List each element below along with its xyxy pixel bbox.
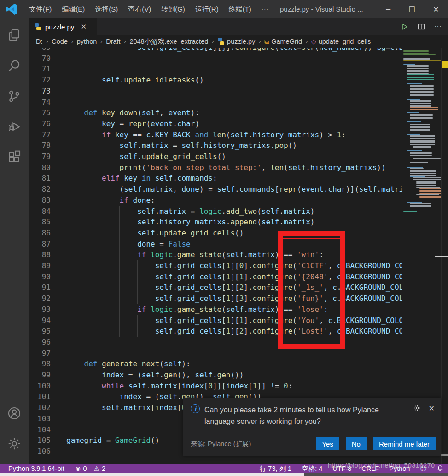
notification-source: 来源: Pylance (扩展) <box>191 440 251 448</box>
no-button[interactable]: No <box>346 437 367 450</box>
code-line-74[interactable]: 74 <box>29 97 402 108</box>
yes-button[interactable]: Yes <box>316 437 339 450</box>
overview-bottom-marker <box>441 454 448 456</box>
code-line-94[interactable]: 94 self.grid_cells[1][1].configure('You'… <box>29 315 402 326</box>
code-line-91[interactable]: 91 self.grid_cells[1][2].configure('_1s_… <box>29 282 402 293</box>
class-symbol-icon: ⧉ <box>264 38 269 46</box>
menu-run[interactable]: 运行(R) <box>190 0 224 18</box>
code-line-87[interactable]: 87 done = False <box>29 239 402 250</box>
code-line-72[interactable]: 72 self.update_idletasks() <box>29 75 402 86</box>
code-line-75[interactable]: 75 def key_down(self, event): <box>29 107 402 118</box>
code-line-69[interactable]: 69 self.grid_cells[i][j].configure(text=… <box>29 48 402 53</box>
code-line-78[interactable]: 78 self.matrix = self.history_matrixs.po… <box>29 140 402 151</box>
breadcrumb-method[interactable]: ◇ update_grid_cells <box>311 38 371 45</box>
notification-settings-gear-icon[interactable] <box>413 404 421 427</box>
problems-indicator[interactable]: ⊗ 0 ⚠ 2 <box>76 465 105 472</box>
python-interpreter[interactable]: Python 3.9.1 64-bit <box>8 465 64 472</box>
cursor-position[interactable]: 行 73, 列 1 <box>260 464 291 473</box>
notification-close-icon[interactable]: ✕ <box>429 404 435 427</box>
account-icon[interactable] <box>0 400 29 427</box>
tab-puzzle-py[interactable]: puzzle.py ✕ <box>29 18 97 35</box>
python-file-icon <box>34 23 41 30</box>
breadcrumb-draft[interactable]: Draft <box>106 38 120 45</box>
explorer-icon[interactable] <box>0 22 29 49</box>
tab-close-icon[interactable]: ✕ <box>81 23 87 31</box>
breadcrumb-drive[interactable]: D: <box>36 38 43 45</box>
title-bar: 文件(F) 编辑(E) 选择(S) 查看(V) 转到(G) 运行(R) 终端(T… <box>0 0 448 18</box>
breadcrumb-code[interactable]: Code <box>52 38 68 45</box>
code-line-82[interactable]: 82 (self.matrix, done) = self.commands[r… <box>29 184 402 195</box>
code-line-97[interactable]: 97 <box>29 348 402 359</box>
close-button[interactable]: ✕ <box>424 0 448 18</box>
menu-more[interactable]: ··· <box>256 0 273 18</box>
split-editor-icon[interactable] <box>418 23 425 30</box>
menu-goto[interactable]: 转到(G) <box>156 0 190 18</box>
tab-label: puzzle.py <box>45 23 74 31</box>
search-icon[interactable] <box>0 53 29 79</box>
warnings-icon: ⚠ <box>94 465 100 472</box>
breadcrumb-class[interactable]: ⧉ GameGrid <box>264 38 302 46</box>
code-line-88[interactable]: 88 if logic.game_state(self.matrix) == '… <box>29 249 402 260</box>
taskbar-edge <box>0 473 448 476</box>
code-line-95[interactable]: 95 self.grid_cells[1][2].configure('Lost… <box>29 326 402 337</box>
editor-actions: ··· <box>401 18 445 35</box>
code-line-77[interactable]: 77 if key == c.KEY_BACK and len(self.his… <box>29 129 402 141</box>
code-line-80[interactable]: 80 print('back on step total step:', len… <box>29 162 402 173</box>
breadcrumb-file[interactable]: puzzle.py <box>217 38 255 45</box>
code-line-85[interactable]: 85 self.history_matrixs.append(self.matr… <box>29 217 402 228</box>
menu-terminal[interactable]: 终端(T) <box>224 0 256 18</box>
overview-cursor-marker <box>435 256 448 257</box>
pylance-notification: i Can you please take 2 minutes to tell … <box>183 398 441 456</box>
menu-file[interactable]: 文件(F) <box>24 0 57 18</box>
code-line-81[interactable]: 81 elif key in self.commands: <box>29 173 402 184</box>
vscode-logo-icon <box>6 3 17 15</box>
notification-message: Can you please take 2 minutes to tell us… <box>204 404 410 427</box>
vscode-window: 文件(F) 编辑(E) 选择(S) 查看(V) 转到(G) 运行(R) 终端(T… <box>0 0 448 476</box>
code-line-99[interactable]: 99 index = (self.gen(), self.gen()) <box>29 370 402 381</box>
menu-view[interactable]: 查看(V) <box>123 0 156 18</box>
code-line-100[interactable]: 100 while self.matrix[index[0]][index[1]… <box>29 381 402 392</box>
code-line-86[interactable]: 86 self.update_grid_cells() <box>29 228 402 239</box>
menu-edit[interactable]: 编辑(E) <box>57 0 90 18</box>
breadcrumb: D:› Code› python› Draft› 2048小游戏.exe_ext… <box>29 35 448 48</box>
remind-me-later-button[interactable]: Remind me later <box>373 437 436 450</box>
code-line-70[interactable]: 70 <box>29 53 402 64</box>
source-control-icon[interactable] <box>0 83 29 110</box>
breadcrumb-extracted-folder[interactable]: 2048小游戏.exe_extracted <box>129 37 208 46</box>
python-file-icon <box>217 38 225 45</box>
info-icon: i <box>191 404 200 413</box>
errors-count: 0 <box>83 465 87 472</box>
code-line-79[interactable]: 79 self.update_grid_cells() <box>29 151 402 162</box>
extensions-icon[interactable] <box>0 144 29 170</box>
more-actions-icon[interactable]: ··· <box>434 23 442 31</box>
maximize-button[interactable]: ☐ <box>400 0 424 18</box>
warnings-count: 2 <box>102 465 105 472</box>
code-line-89[interactable]: 89 self.grid_cells[1][0].configure('C1CT… <box>29 260 402 271</box>
code-line-83[interactable]: 83 if done: <box>29 195 402 206</box>
window-title: puzzle.py - Visual Studio ... <box>280 0 363 18</box>
settings-gear-icon[interactable] <box>0 430 29 457</box>
code-line-96[interactable]: 96 <box>29 337 402 348</box>
activity-bar <box>0 18 29 473</box>
code-line-90[interactable]: 90 self.grid_cells[1][1].configure('{204… <box>29 271 402 282</box>
annotation-rectangle <box>278 231 345 349</box>
minimize-button[interactable]: ─ <box>376 0 400 18</box>
code-line-73[interactable]: 73 <box>29 86 402 97</box>
run-debug-icon[interactable] <box>0 113 29 140</box>
indentation[interactable]: 空格: 4 <box>302 464 322 473</box>
menu-selection[interactable]: 选择(S) <box>90 0 123 18</box>
code-line-92[interactable]: 92 self.grid_cells[1][3].configure('fun}… <box>29 293 402 304</box>
breadcrumb-python[interactable]: python <box>77 38 97 45</box>
code-line-93[interactable]: 93 if logic.game_state(self.matrix) == '… <box>29 304 402 315</box>
errors-icon: ⊗ <box>76 465 81 472</box>
run-file-icon[interactable] <box>401 23 408 30</box>
code-line-84[interactable]: 84 self.matrix = logic.add_two(self.matr… <box>29 206 402 217</box>
code-line-98[interactable]: 98 def generate_next(self): <box>29 358 402 370</box>
notifications-bell-icon[interactable] <box>437 465 443 473</box>
csdn-watermark: https://blog.csdn.net/qq_50316270 <box>328 462 435 469</box>
tab-bar: puzzle.py ✕ <box>29 18 448 35</box>
code-line-76[interactable]: 76 key = repr(event.char) <box>29 118 402 129</box>
overview-warning-marker <box>442 61 448 68</box>
method-symbol-icon: ◇ <box>311 38 316 45</box>
code-line-71[interactable]: 71 <box>29 64 402 75</box>
